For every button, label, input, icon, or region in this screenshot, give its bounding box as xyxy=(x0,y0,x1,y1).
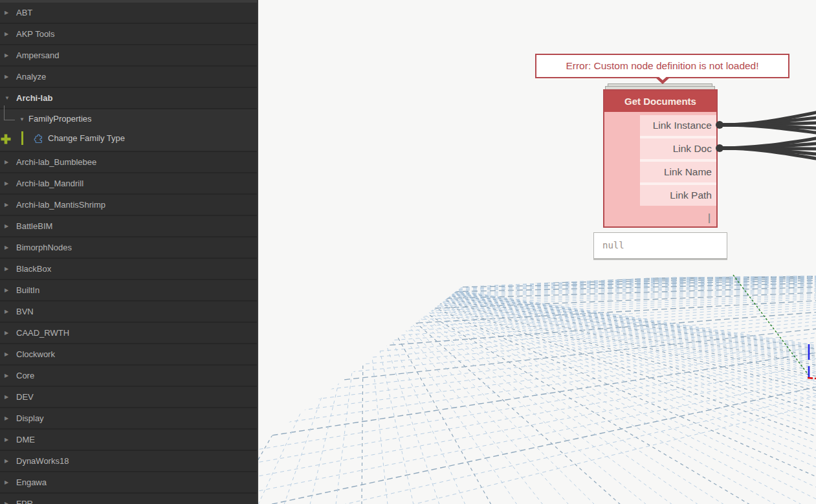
sidebar-item-dynaworks18[interactable]: ▶DynaWorks18 xyxy=(0,451,257,472)
output-port-link-instance[interactable]: Link Instance xyxy=(640,115,716,136)
category-label: Core xyxy=(16,366,34,386)
category-label: BVN xyxy=(16,301,34,322)
chevron-right-icon[interactable]: ▶ xyxy=(5,387,8,407)
output-port-link-doc[interactable]: Link Doc xyxy=(640,138,716,159)
chevron-right-icon[interactable]: ▶ xyxy=(5,216,8,236)
category-label: DME xyxy=(16,430,35,450)
sidebar-item-caad-rwth[interactable]: ▶CAAD_RWTH xyxy=(0,323,257,344)
sidebar-item-bimorphnodes[interactable]: ▶BimorphNodes xyxy=(0,237,257,259)
output-port-link-name[interactable]: Link Name xyxy=(640,162,716,182)
chevron-right-icon[interactable]: ▶ xyxy=(5,323,8,343)
output-ports: Link InstanceLink DocLink NameLink Path xyxy=(640,115,716,206)
category-label: BattleBIM xyxy=(16,216,52,236)
node-get-documents[interactable]: Get Documents Link InstanceLink DocLink … xyxy=(603,89,718,228)
chevron-right-icon[interactable]: ▶ xyxy=(5,280,8,300)
sidebar-item-archi-lab-mandrill[interactable]: ▶Archi-lab_Mandrill xyxy=(0,173,257,195)
sidebar-item-builtin[interactable]: ▶BuiltIn xyxy=(0,280,257,301)
chevron-right-icon[interactable]: ▶ xyxy=(5,173,8,193)
sidebar-item-battlebim[interactable]: ▶BattleBIM xyxy=(0,216,257,237)
node-title-bar[interactable]: Get Documents xyxy=(604,91,716,112)
sidebar-item-dme[interactable]: ▶DME xyxy=(0,430,257,451)
category-label: Archi-lab_Mandrill xyxy=(16,173,83,193)
tree-elbow-line xyxy=(4,105,15,120)
sidebar-item-ampersand[interactable]: ▶Ampersand xyxy=(0,45,257,67)
category-label: Display xyxy=(16,408,44,428)
category-label: DEV xyxy=(16,387,34,407)
sidebar-item-dev[interactable]: ▶DEV xyxy=(0,387,257,408)
preview-value: null xyxy=(602,240,624,250)
category-label: BimorphNodes xyxy=(16,237,72,257)
chevron-right-icon[interactable]: ▶ xyxy=(5,472,8,492)
add-node-plus-icon[interactable] xyxy=(0,133,12,152)
chevron-right-icon[interactable]: ▶ xyxy=(5,259,8,279)
sidebar-item-archi-lab-mantisshrimp[interactable]: ▶Archi-lab_MantisShrimp xyxy=(0,195,257,216)
chevron-right-icon[interactable]: ▶ xyxy=(5,24,8,44)
output-port-link-path[interactable]: Link Path xyxy=(640,185,716,206)
category-label: Archi-lab xyxy=(16,88,52,108)
sidebar-item-display[interactable]: ▶Display xyxy=(0,408,257,430)
chevron-right-icon[interactable]: ▶ xyxy=(5,237,8,257)
chevron-right-icon[interactable]: ▶ xyxy=(5,152,8,172)
sidebar-item-archi-lab[interactable]: ▼Archi-lab xyxy=(0,88,257,109)
tooltip-pointer-fill xyxy=(657,75,668,80)
error-tooltip: Error: Custom node definition is not loa… xyxy=(535,54,789,78)
category-label: Archi-lab_MantisShrimp xyxy=(16,195,105,215)
workspace-canvas[interactable]: Error: Custom node definition is not loa… xyxy=(258,0,816,504)
sidebar-subcategory-familyproperties[interactable]: ▼ FamilyProperties xyxy=(0,109,257,129)
puzzle-piece-icon xyxy=(33,133,44,152)
chevron-right-icon[interactable]: ▶ xyxy=(5,494,8,504)
category-label: AKP Tools xyxy=(16,24,55,44)
category-label: DynaWorks18 xyxy=(16,451,69,471)
sidebar-node-change-family-type[interactable]: Change Family Type xyxy=(0,129,257,148)
node-preview-bubble[interactable]: null xyxy=(593,232,727,259)
chevron-down-icon[interactable]: ▼ xyxy=(19,110,25,129)
chevron-right-icon[interactable]: ▶ xyxy=(5,301,8,322)
library-sidebar: ▶ABT▶AKP Tools▶Ampersand▶Analyze▼Archi-l… xyxy=(0,0,258,504)
category-label: Analyze xyxy=(16,67,46,87)
sidebar-item-blackbox[interactable]: ▶BlackBox xyxy=(0,259,257,280)
category-label: Ampersand xyxy=(16,45,59,65)
custom-node-label: Change Family Type xyxy=(48,129,125,148)
sidebar-item-analyze[interactable]: ▶Analyze xyxy=(0,67,257,88)
chevron-right-icon[interactable]: ▶ xyxy=(5,408,8,428)
chevron-right-icon[interactable]: ▶ xyxy=(5,366,8,386)
chevron-right-icon[interactable]: ▶ xyxy=(5,3,8,23)
category-label: Engawa xyxy=(16,472,47,492)
sidebar-expanded-archi-lab: ▼ FamilyProperties Change Family Type xyxy=(0,109,257,152)
chevron-right-icon[interactable]: ▶ xyxy=(5,430,8,450)
sidebar-item-fpr[interactable]: ▶FPR xyxy=(0,494,257,504)
chevron-right-icon[interactable]: ▶ xyxy=(5,451,8,471)
sidebar-item-core[interactable]: ▶Core xyxy=(0,366,257,387)
category-label: BlackBox xyxy=(16,259,51,279)
lacing-indicator[interactable]: | xyxy=(708,212,711,223)
chevron-right-icon[interactable]: ▶ xyxy=(5,195,8,215)
sidebar-item-akp-tools[interactable]: ▶AKP Tools xyxy=(0,24,257,45)
category-label: Clockwork xyxy=(16,344,55,364)
library-category-list: ▶ABT▶AKP Tools▶Ampersand▶Analyze▼Archi-l… xyxy=(0,3,257,504)
subcategory-label: FamilyProperties xyxy=(28,109,92,129)
sidebar-item-archi-lab-bumblebee[interactable]: ▶Archi-lab_Bumblebee xyxy=(0,152,257,173)
chevron-right-icon[interactable]: ▶ xyxy=(5,67,8,87)
chevron-right-icon[interactable]: ▶ xyxy=(5,45,8,65)
category-label: ABT xyxy=(16,3,32,23)
sidebar-item-abt[interactable]: ▶ABT xyxy=(0,3,257,24)
category-label: CAAD_RWTH xyxy=(16,323,69,343)
sidebar-item-clockwork[interactable]: ▶Clockwork xyxy=(0,344,257,366)
category-label: BuiltIn xyxy=(16,280,39,300)
error-tooltip-text: Error: Custom node definition is not loa… xyxy=(566,60,758,71)
green-accent-bar xyxy=(21,131,23,145)
category-label: Archi-lab_Bumblebee xyxy=(16,152,96,172)
sidebar-item-bvn[interactable]: ▶BVN xyxy=(0,301,257,323)
category-label: FPR xyxy=(16,494,33,504)
chevron-right-icon[interactable]: ▶ xyxy=(5,344,8,364)
sidebar-item-engawa[interactable]: ▶Engawa xyxy=(0,472,257,494)
